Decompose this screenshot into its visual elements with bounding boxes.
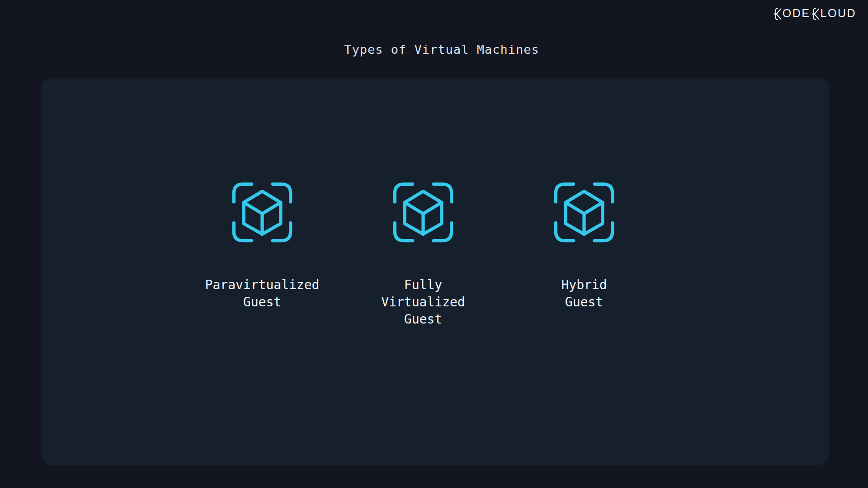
kodekloud-logo: ODE LOUD bbox=[773, 7, 856, 20]
kodekloud-k-icon bbox=[811, 8, 821, 20]
cube-scan-icon bbox=[392, 181, 455, 244]
vm-type-card-hybrid: Hybrid Guest bbox=[504, 181, 665, 328]
kodekloud-k-icon bbox=[773, 8, 783, 20]
page-title: Types of Virtual Machines bbox=[8, 42, 868, 56]
content-panel: Paravirtualized Guest Fully Virtualized … bbox=[41, 78, 829, 465]
vm-type-label: Paravirtualized Guest bbox=[205, 277, 320, 311]
vm-type-label: Hybrid Guest bbox=[561, 277, 607, 311]
cube-scan-icon bbox=[552, 181, 616, 244]
vm-type-card-paravirtualized: Paravirtualized Guest bbox=[182, 181, 343, 328]
cube-scan-icon bbox=[231, 181, 294, 244]
logo-text-ode: ODE bbox=[783, 7, 811, 20]
vm-type-label: Fully Virtualized Guest bbox=[381, 277, 465, 328]
vm-types-row: Paravirtualized Guest Fully Virtualized … bbox=[29, 181, 817, 328]
vm-type-card-fully-virtualized: Fully Virtualized Guest bbox=[343, 181, 504, 328]
logo-text-loud: LOUD bbox=[821, 7, 856, 20]
